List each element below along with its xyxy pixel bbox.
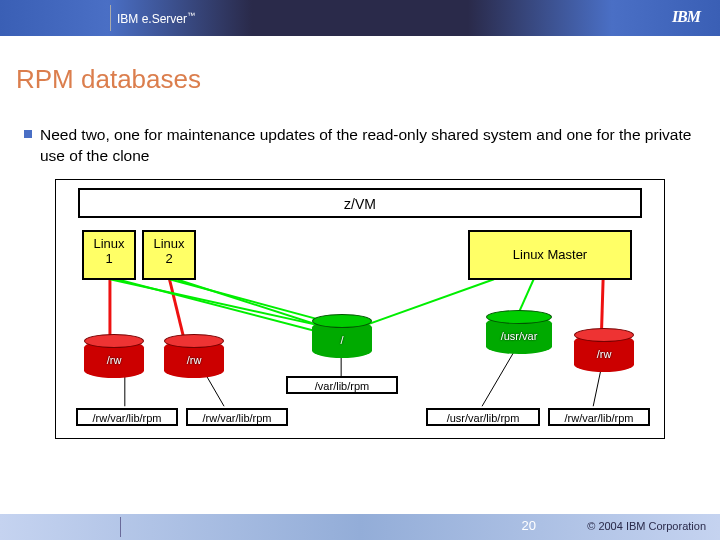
zvm-box: z/VM [78,188,642,218]
disk-root: / [312,320,372,346]
linux2-box: Linux 2 [142,230,196,280]
connector-lines [56,180,664,438]
copyright-text: © 2004 IBM Corporation [587,520,706,532]
disk-usrvar: /usr/var [486,316,552,342]
header-brand-area: IBM e.Server™ [110,0,195,36]
svg-line-6 [355,279,494,329]
bullet-icon [24,130,32,138]
path-varlibrpm: /var/lib/rpm [286,376,398,394]
slide-title: RPM databases [16,64,704,95]
path-usr: /usr/var/lib/rpm [426,408,540,426]
footer-separator [120,517,121,537]
page-number: 20 [522,518,536,533]
path-rw2: /rw/var/lib/rpm [186,408,288,426]
ibm-logo: IBM [672,8,700,26]
linux-master-box: Linux Master [468,230,632,280]
disk-rw2: /rw [164,340,224,366]
bullet-text: Need two, one for maintenance updates of… [40,125,704,167]
header-separator [110,5,111,31]
svg-line-13 [593,368,601,406]
svg-line-2 [110,279,335,329]
footer-bar: 20 © 2004 IBM Corporation [0,514,720,540]
slide-content: RPM databases Need two, one for maintena… [0,64,720,439]
linux1-box: Linux 1 [82,230,136,280]
disk-rw3: /rw [574,334,634,360]
svg-line-4 [169,279,335,324]
svg-line-3 [117,279,345,339]
architecture-diagram: z/VM Linux 1 Linux 2 Linux Master / /usr… [55,179,665,439]
header-bar: IBM e.Server™ IBM [0,0,720,36]
header-brand-text: IBM e.Server™ [117,11,195,26]
path-rw1: /rw/var/lib/rpm [76,408,178,426]
disk-rw1: /rw [84,340,144,366]
svg-line-12 [482,349,516,407]
path-rw3: /rw/var/lib/rpm [548,408,650,426]
bullet-item: Need two, one for maintenance updates of… [24,125,704,167]
